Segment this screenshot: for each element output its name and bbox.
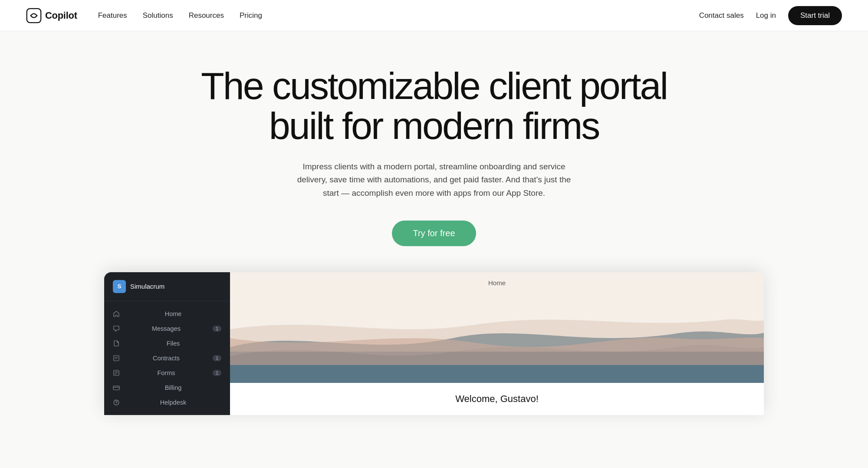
- forms-icon: [113, 369, 120, 376]
- nav-right: Contact sales Log in Start trial: [699, 6, 842, 25]
- sidebar-avatar: S: [113, 280, 126, 293]
- contracts-icon: [113, 355, 120, 362]
- hero-subtitle: Impress clients with a modern portal, st…: [291, 160, 577, 200]
- files-icon: [113, 340, 120, 347]
- nav-solutions[interactable]: Solutions: [143, 11, 173, 20]
- hero-title: The customizable client portal built for…: [195, 66, 673, 146]
- sidebar-item-forms[interactable]: Forms 1: [104, 366, 230, 380]
- home-icon: [113, 310, 120, 317]
- messages-badge: 1: [213, 326, 221, 332]
- messages-icon: [113, 325, 120, 332]
- sidebar-item-files[interactable]: Files: [104, 336, 230, 351]
- hero-section: The customizable client portal built for…: [0, 31, 868, 441]
- svg-rect-0: [27, 8, 41, 22]
- logo[interactable]: Copilot: [26, 8, 77, 23]
- wave-svg: [230, 293, 764, 383]
- app-sidebar: S Simulacrum Home Messages: [104, 272, 230, 415]
- app-welcome: Welcome, Gustavo!: [230, 383, 764, 415]
- svg-rect-1: [114, 356, 119, 361]
- sidebar-item-label: Billing: [125, 384, 221, 391]
- sidebar-item-label: Home: [125, 310, 221, 317]
- forms-badge: 1: [213, 370, 221, 376]
- sidebar-item-messages[interactable]: Messages 1: [104, 321, 230, 336]
- start-trial-button[interactable]: Start trial: [788, 6, 842, 25]
- sidebar-item-label: Contracts: [125, 355, 207, 362]
- nav-resources[interactable]: Resources: [189, 11, 224, 20]
- sidebar-company-name: Simulacrum: [130, 283, 164, 290]
- navbar: Copilot Features Solutions Resources Pri…: [0, 0, 868, 31]
- contact-sales-link[interactable]: Contact sales: [699, 11, 744, 20]
- logo-text: Copilot: [45, 10, 77, 21]
- sidebar-item-label: Files: [125, 340, 221, 347]
- sidebar-header: S Simulacrum: [104, 272, 230, 301]
- welcome-title: Welcome, Gustavo!: [242, 393, 752, 405]
- sidebar-item-label: Helpdesk: [125, 399, 221, 406]
- app-topbar: Home: [230, 272, 764, 293]
- app-preview: S Simulacrum Home Messages: [104, 272, 764, 415]
- sidebar-item-contracts[interactable]: Contracts 1: [104, 351, 230, 366]
- svg-point-5: [116, 404, 116, 404]
- sidebar-item-helpdesk[interactable]: Helpdesk: [104, 395, 230, 410]
- contracts-badge: 1: [213, 355, 221, 361]
- nav-links: Features Solutions Resources Pricing: [98, 11, 262, 20]
- sidebar-item-label: Messages: [125, 325, 207, 332]
- sidebar-item-home[interactable]: Home: [104, 307, 230, 321]
- app-main: Home Welcome, Gustavo!: [230, 272, 764, 415]
- sidebar-nav: Home Messages 1 Files: [104, 301, 230, 415]
- try-for-free-button[interactable]: Try for free: [392, 221, 476, 246]
- svg-rect-3: [113, 386, 119, 390]
- billing-icon: [113, 384, 120, 391]
- nav-left: Copilot Features Solutions Resources Pri…: [26, 8, 262, 23]
- sidebar-item-label: Forms: [125, 369, 207, 376]
- sidebar-item-billing[interactable]: Billing: [104, 380, 230, 395]
- nav-features[interactable]: Features: [98, 11, 127, 20]
- nav-pricing[interactable]: Pricing: [240, 11, 262, 20]
- logo-icon: [26, 8, 42, 23]
- wave-chart: [230, 293, 764, 383]
- helpdesk-icon: [113, 399, 120, 406]
- login-link[interactable]: Log in: [756, 11, 776, 20]
